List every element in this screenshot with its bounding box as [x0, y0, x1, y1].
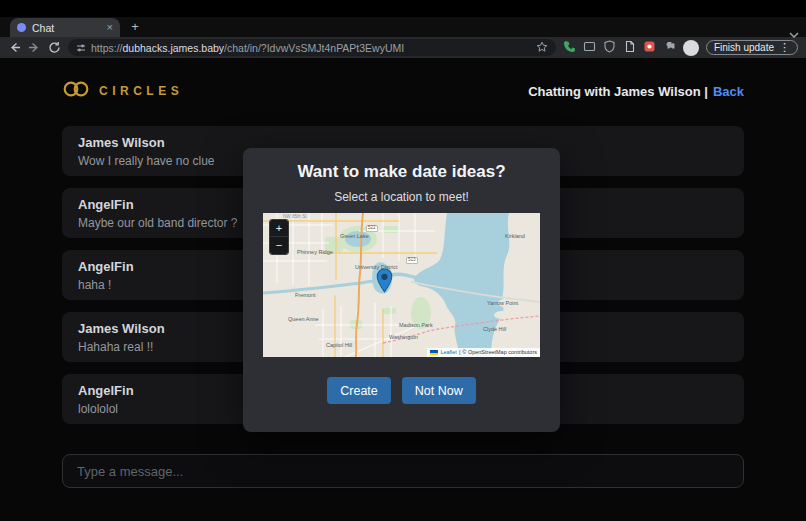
new-tab-button[interactable]: + [126, 18, 144, 36]
finish-update-label: Finish update [714, 42, 774, 53]
window-titlebar [0, 0, 806, 17]
reload-icon[interactable] [48, 41, 61, 54]
date-ideas-modal: Want to make date ideas? Select a locati… [243, 148, 560, 432]
circles-logo-icon [62, 80, 90, 102]
map-label: Kirkland [505, 234, 525, 240]
puzzle-extensions-icon[interactable] [663, 39, 676, 57]
map-label: Fremont [295, 293, 315, 299]
map-label: Capitol Hill [326, 343, 352, 349]
modal-subtitle: Select a location to meet! [243, 190, 560, 204]
modal-actions: Create Not Now [243, 377, 560, 404]
forward-icon[interactable] [28, 41, 41, 54]
browser-window: Chat × + https://dubhacks.james.baby/cha… [0, 0, 806, 521]
back-link[interactable]: Back [713, 84, 744, 99]
chat-page: CIRCLES Chatting with James Wilson |Back… [0, 58, 806, 521]
tab-strip: Chat × + [0, 17, 806, 37]
extension-icons [563, 39, 676, 57]
composer [62, 454, 744, 488]
red-extension-icon[interactable] [643, 39, 656, 57]
address-bar[interactable]: https://dubhacks.james.baby/chat/in/?Idv… [68, 39, 556, 56]
brand-name: CIRCLES [99, 84, 183, 98]
back-icon[interactable] [8, 41, 21, 54]
app-header: CIRCLES Chatting with James Wilson |Back [62, 79, 744, 103]
map-route-shield: 513 [406, 257, 418, 264]
map-marker-icon[interactable] [376, 268, 393, 297]
attribution-separator: | [459, 349, 460, 356]
map-attribution: Leaflet | © OpenStreetMap contributors [427, 348, 540, 357]
map-label: Queen Anne [288, 317, 319, 323]
call-extension-icon[interactable] [563, 39, 576, 57]
bookmark-star-icon[interactable] [536, 39, 548, 57]
profile-avatar[interactable] [683, 40, 699, 56]
create-button[interactable]: Create [327, 377, 391, 404]
leaflet-link[interactable]: Leaflet [440, 349, 457, 356]
brand: CIRCLES [62, 80, 183, 102]
cast-extension-icon[interactable] [583, 39, 596, 57]
map-label: Madison Park [399, 323, 433, 329]
map-label: Clyde Hill [483, 327, 506, 333]
location-map[interactable]: NW 85th St 522 Green Lake Phinney Ridge … [263, 213, 540, 357]
browser-toolbar: https://dubhacks.james.baby/chat/in/?Idv… [0, 37, 806, 58]
osm-link[interactable]: © OpenStreetMap contributors [462, 349, 537, 356]
map-zoom-control: + − [269, 219, 289, 255]
tab-search-chevron-icon[interactable] [789, 24, 799, 42]
message-input[interactable] [62, 454, 744, 488]
map-label: Washington [389, 335, 418, 341]
map-route-shield: 522 [366, 225, 378, 232]
map-label: Green Lake [340, 234, 369, 240]
not-now-button[interactable]: Not Now [402, 377, 476, 404]
chatting-with-label: Chatting with James Wilson | [528, 84, 708, 99]
map-label: Yarrow Point [487, 301, 518, 307]
document-extension-icon[interactable] [623, 39, 636, 57]
tab-title: Chat [32, 22, 101, 34]
tab-close-icon[interactable]: × [107, 22, 113, 33]
modal-title: Want to make date ideas? [243, 162, 560, 182]
tab-favicon-icon [17, 23, 26, 32]
ukraine-flag-icon [430, 350, 438, 355]
shield-extension-icon[interactable] [603, 39, 616, 57]
zoom-in-button[interactable]: + [270, 220, 288, 237]
chat-meta: Chatting with James Wilson |Back [528, 84, 744, 99]
site-settings-icon[interactable] [76, 39, 86, 57]
finish-update-button[interactable]: Finish update ⋮ [706, 40, 798, 55]
browser-menu-icon[interactable]: ⋮ [779, 42, 790, 53]
url-text: https://dubhacks.james.baby/chat/in/?Idv… [91, 42, 404, 54]
zoom-out-button[interactable]: − [270, 237, 288, 254]
map-label: Phinney Ridge [297, 250, 333, 256]
tab-chat[interactable]: Chat × [10, 18, 120, 37]
